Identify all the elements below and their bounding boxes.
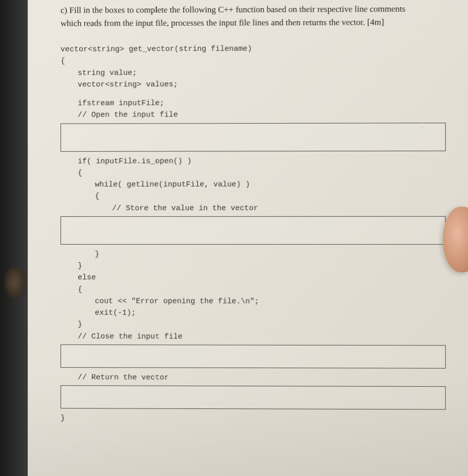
question-text-line1: c) Fill in the boxes to complete the fol… <box>61 4 405 15</box>
code-exit: exit(-1); <box>61 307 451 319</box>
answer-box-return-vector[interactable] <box>61 385 446 409</box>
code-while-close: } <box>61 249 451 261</box>
code-decl-values: vector<string> values; <box>61 78 451 90</box>
code-else: else <box>61 272 451 284</box>
answer-box-open-file[interactable] <box>61 123 446 152</box>
code-block: vector<string> get_vector(string filenam… <box>61 42 451 426</box>
code-open-brace: { <box>61 54 451 68</box>
code-decl-ifstream: ifstream inputFile; <box>61 97 451 109</box>
paper-sheet: c) Fill in the boxes to complete the fol… <box>28 0 468 476</box>
answer-box-store-value[interactable] <box>61 216 446 244</box>
code-else-brace: { <box>61 284 451 296</box>
code-else-close: } <box>61 319 451 331</box>
code-decl-value: string value; <box>61 66 451 79</box>
code-fn-close: } <box>61 412 451 426</box>
code-comment-return: // Return the vector <box>61 372 451 384</box>
background-smudge <box>5 267 25 298</box>
code-cout: cout << "Error opening the file.\n"; <box>61 295 451 308</box>
code-if-close: } <box>61 260 451 272</box>
code-if-condition: if( inputFile.is_open() ) <box>61 155 451 167</box>
code-comment-store: // Store the value in the vector <box>61 202 451 214</box>
background-left-edge <box>0 0 28 476</box>
code-while-brace: { <box>61 191 451 203</box>
code-while: while( getline(inputFile, value) ) <box>61 178 451 191</box>
answer-box-close-file[interactable] <box>61 344 446 369</box>
code-comment-close-file: // Close the input file <box>61 331 451 343</box>
code-comment-open-file: // Open the input file <box>61 108 451 121</box>
code-if-brace: { <box>61 167 451 179</box>
question-prompt: c) Fill in the boxes to complete the fol… <box>61 3 451 30</box>
question-text-line2: which reads from the input file, process… <box>61 17 384 28</box>
code-signature: vector<string> get_vector(string filenam… <box>61 42 451 55</box>
